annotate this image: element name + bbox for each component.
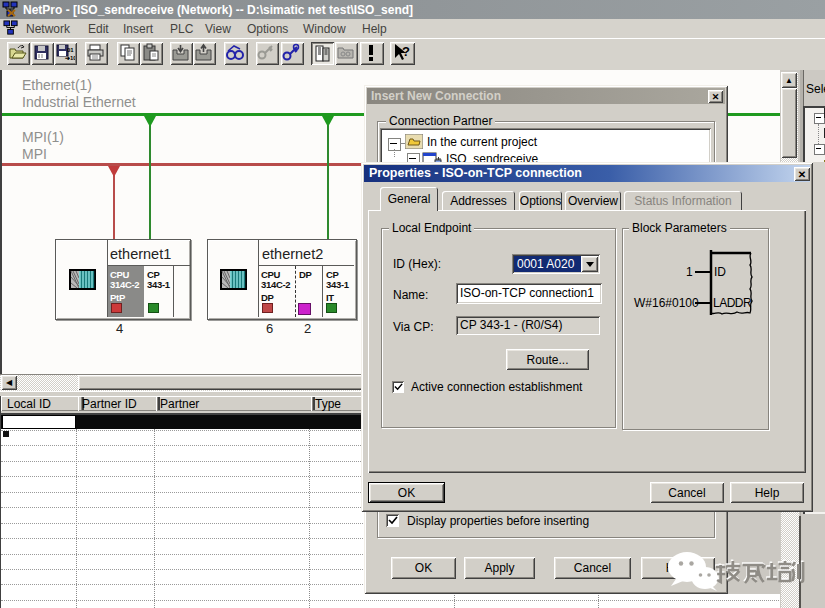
svg-text:?: ? (402, 44, 410, 59)
svg-text:01: 01 (67, 47, 74, 53)
svg-text:➔10: ➔10 (65, 55, 75, 61)
